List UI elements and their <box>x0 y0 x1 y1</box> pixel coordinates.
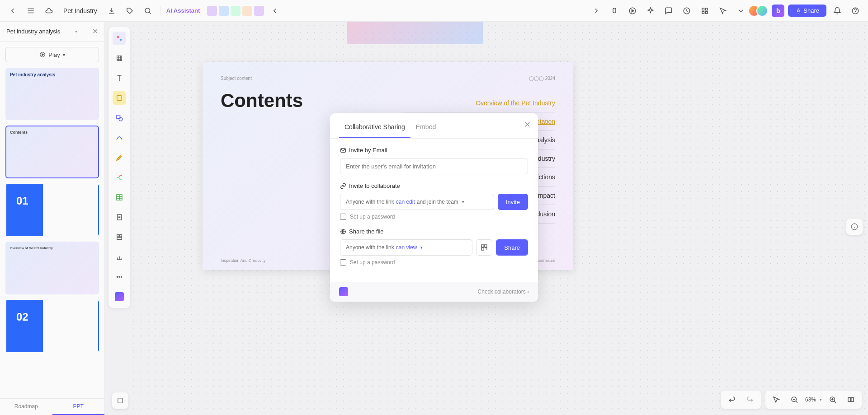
share-password-checkbox[interactable] <box>340 259 346 266</box>
qr-code-button[interactable] <box>476 239 492 256</box>
share-file-label: Share the file <box>340 228 528 235</box>
tab-embed[interactable]: Embed <box>410 120 441 138</box>
share-link-perms[interactable]: Anyone with the link can view ▾ <box>340 239 472 256</box>
modal-footer: Check collaborators › <box>330 282 538 302</box>
svg-rect-32 <box>485 245 487 247</box>
email-input[interactable] <box>340 158 528 174</box>
tab-collab-sharing[interactable]: Collaborative Sharing <box>339 120 410 138</box>
share-link-button[interactable]: Share <box>496 239 528 256</box>
modal-tabs: Collaborative Sharing Embed ✕ <box>330 113 538 139</box>
modal-backdrop[interactable]: Collaborative Sharing Embed ✕ Invite by … <box>0 0 868 415</box>
invite-password-checkbox[interactable] <box>340 214 346 220</box>
boardmix-logo-small <box>339 287 348 296</box>
modal-body: Invite by Email Invite to collaborate An… <box>330 139 538 282</box>
svg-rect-33 <box>481 248 484 250</box>
invite-password-toggle[interactable]: Set up a password <box>340 214 528 220</box>
modal-close-button[interactable]: ✕ <box>524 120 531 130</box>
share-password-toggle[interactable]: Set up a password <box>340 259 528 266</box>
share-link-row: Anyone with the link can view ▾ Share <box>340 239 528 256</box>
svg-rect-31 <box>481 245 484 247</box>
invite-collab-label: Invite to collaborate <box>340 182 528 189</box>
invite-link-row: Anyone with the link can edit and join t… <box>340 194 528 210</box>
invite-link-perms[interactable]: Anyone with the link can edit and join t… <box>340 194 494 210</box>
invite-button[interactable]: Invite <box>498 194 528 210</box>
invite-email-label: Invite by Email <box>340 147 528 154</box>
check-collaborators-link[interactable]: Check collaborators › <box>478 289 529 295</box>
share-modal: Collaborative Sharing Embed ✕ Invite by … <box>330 113 538 302</box>
